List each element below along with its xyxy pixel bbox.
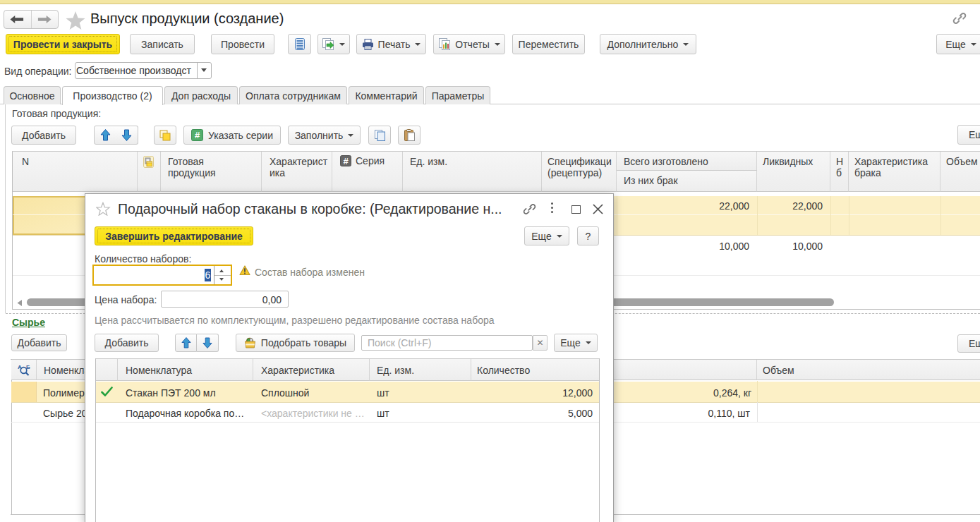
svg-text:#: # bbox=[343, 156, 349, 166]
svg-text:#: # bbox=[195, 130, 200, 140]
